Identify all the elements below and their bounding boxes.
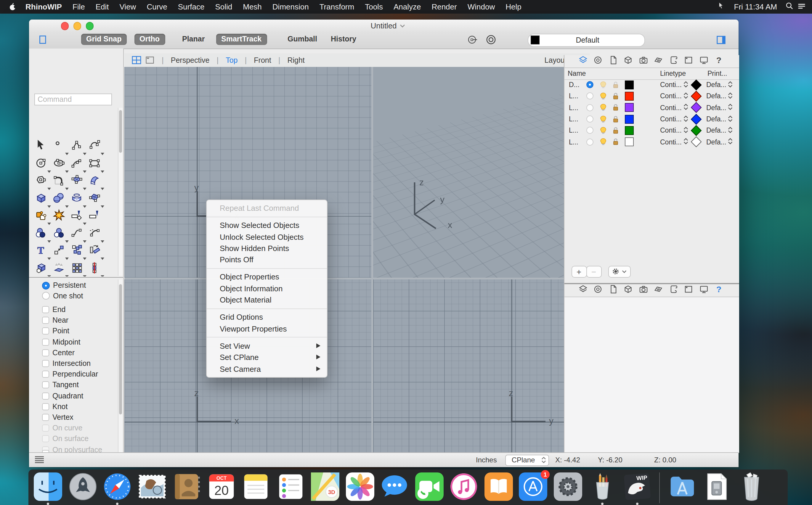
context-item-show-selected-objects[interactable]: Show Selected Objects — [207, 220, 327, 231]
tool-text-object[interactable]: T — [35, 244, 50, 259]
toggle-smarttrack[interactable]: SmartTrack — [216, 34, 267, 45]
layer-current-radio[interactable] — [585, 136, 594, 148]
dock-system-preferences[interactable] — [553, 472, 582, 501]
dock-calendar[interactable]: OCT20 — [207, 472, 236, 501]
menu-item-edit[interactable]: Edit — [90, 2, 114, 11]
panel-tab-file-icon[interactable] — [608, 55, 618, 67]
menu-item-surface[interactable]: Surface — [173, 2, 210, 11]
tool-polygon[interactable] — [35, 174, 50, 189]
tool-palette-scrollbar[interactable] — [118, 108, 122, 276]
tool-ellipse[interactable] — [52, 157, 68, 172]
layer-name[interactable]: D... — [569, 79, 579, 91]
menu-item-render[interactable]: Render — [426, 2, 462, 11]
layer-current-radio[interactable] — [585, 91, 594, 102]
tool-trim[interactable] — [70, 209, 86, 224]
tool-solid-union[interactable] — [35, 262, 50, 277]
dock-safari[interactable] — [103, 472, 131, 501]
layer-print-width-dropdown[interactable]: Defa... — [706, 102, 733, 113]
command-input[interactable] — [34, 94, 112, 106]
layer-print-width-dropdown[interactable]: Defa... — [706, 136, 733, 148]
tool-curve-handles[interactable] — [88, 139, 103, 155]
panel-tab-notes-icon[interactable] — [668, 55, 678, 67]
menu-item-solid[interactable]: Solid — [210, 2, 238, 11]
tool-explode[interactable] — [52, 209, 68, 224]
panel-tab-materials-icon[interactable] — [653, 284, 663, 296]
layer-print-color-diamond[interactable] — [692, 79, 700, 91]
viewport-tab-front[interactable]: Front — [253, 56, 272, 64]
panel-tab-box-icon[interactable] — [623, 284, 633, 296]
tool-rectangle[interactable] — [88, 157, 103, 172]
layer-print-color-diamond[interactable] — [692, 136, 700, 148]
layer-visibility-bulb[interactable] — [598, 102, 607, 113]
layer-visibility-bulb[interactable] — [598, 91, 607, 102]
panel-tab-layers-icon[interactable] — [578, 55, 588, 67]
layer-color-swatch[interactable] — [625, 79, 634, 91]
four-viewport-layout-icon[interactable] — [131, 56, 142, 64]
panel-tab-frame-icon[interactable] — [683, 55, 694, 67]
circle-tool-icon[interactable] — [486, 34, 496, 45]
panel-tab-properties-icon[interactable] — [593, 55, 603, 67]
remove-layer-button[interactable]: − — [586, 266, 601, 277]
tool-box[interactable] — [35, 191, 50, 207]
viewport-splitter-horizontal[interactable] — [124, 278, 589, 280]
dock-app-store[interactable]: 1 — [519, 472, 547, 501]
layer-pipe-icon[interactable] — [467, 34, 478, 45]
toggle-gumball[interactable]: Gumball — [282, 34, 322, 45]
panel-tab-file-icon[interactable] — [608, 284, 618, 296]
layer-print-width-dropdown[interactable]: Defa... — [706, 79, 733, 91]
context-item-unlock-selected-objects[interactable]: Unlock Selected Objects — [207, 231, 327, 243]
layer-settings-button[interactable] — [608, 266, 631, 277]
dock-launchpad[interactable] — [69, 472, 97, 501]
layer-color-swatch[interactable] — [625, 125, 634, 136]
window-titlebar[interactable]: Untitled — [29, 19, 738, 31]
tool-extend-curve[interactable] — [88, 226, 103, 242]
layer-lock-icon[interactable] — [611, 136, 620, 148]
dock-facetime[interactable] — [415, 472, 443, 501]
panel-tab-layers-icon[interactable] — [578, 284, 588, 296]
viewport-tab-right[interactable]: Right — [286, 56, 306, 64]
notification-list-icon[interactable] — [797, 2, 806, 12]
context-item-grid-options[interactable]: Grid Options — [207, 312, 327, 323]
layer-print-color-diamond[interactable] — [692, 102, 700, 113]
left-sidebar-toggle-icon[interactable] — [38, 35, 48, 44]
viewport-splitter-vertical[interactable] — [371, 67, 373, 453]
column-linetype[interactable]: Linetype — [660, 69, 686, 77]
layer-name[interactable]: L... — [569, 102, 578, 113]
panel-tab-properties-icon[interactable] — [593, 284, 603, 296]
context-item-set-camera[interactable]: Set Camera — [207, 363, 327, 375]
layer-color-swatch[interactable] — [625, 91, 634, 102]
tool-boolean-difference[interactable] — [52, 226, 68, 242]
viewport-area[interactable]: y x z y x z x — [124, 67, 589, 453]
layer-print-width-dropdown[interactable]: Defa... — [706, 91, 733, 102]
tool-boolean-union[interactable] — [35, 226, 50, 242]
dock-contacts[interactable] — [172, 472, 201, 501]
layer-print-width-dropdown[interactable]: Defa... — [706, 113, 733, 125]
menu-item-analyze[interactable]: Analyze — [388, 2, 426, 11]
snap-mode-persistent[interactable]: Persistent — [42, 281, 86, 290]
layer-linetype-dropdown[interactable]: Conti... — [660, 79, 688, 91]
layer-print-color-diamond[interactable] — [692, 91, 700, 102]
status-menu-icon[interactable] — [34, 456, 44, 464]
layer-current-radio[interactable] — [585, 79, 594, 91]
panel-tab-help-icon[interactable]: ? — [714, 284, 724, 296]
dock-rhinowip[interactable]: WIP — [623, 472, 651, 501]
units-label[interactable]: Inches — [476, 456, 497, 464]
cplane-selector[interactable]: CPlane — [505, 454, 549, 466]
panel-tab-notes-icon[interactable] — [668, 284, 678, 296]
tool-extrude-surface[interactable] — [52, 262, 68, 277]
viewport-perspective[interactable]: z y x — [373, 67, 589, 278]
layer-print-color-diamond[interactable] — [692, 125, 700, 136]
menu-item-transform[interactable]: Transform — [314, 2, 360, 11]
dock-art-tools[interactable] — [588, 472, 617, 501]
layer-color-swatch[interactable] — [625, 113, 634, 125]
tool-single-point[interactable] — [52, 139, 68, 155]
panel-tab-help-icon[interactable]: ? — [714, 55, 724, 67]
menu-item-window[interactable]: Window — [462, 2, 501, 11]
layer-linetype-dropdown[interactable]: Conti... — [660, 102, 688, 113]
panel-tab-display-icon[interactable] — [699, 55, 709, 67]
layer-row[interactable]: L...Conti...Defa... — [564, 113, 739, 125]
osnap-near[interactable]: Near — [42, 316, 69, 324]
context-item-set-cplane[interactable]: Set CPlane — [207, 352, 327, 363]
dock-photos[interactable] — [346, 472, 374, 501]
tool-rotate-mirror[interactable] — [88, 244, 103, 259]
